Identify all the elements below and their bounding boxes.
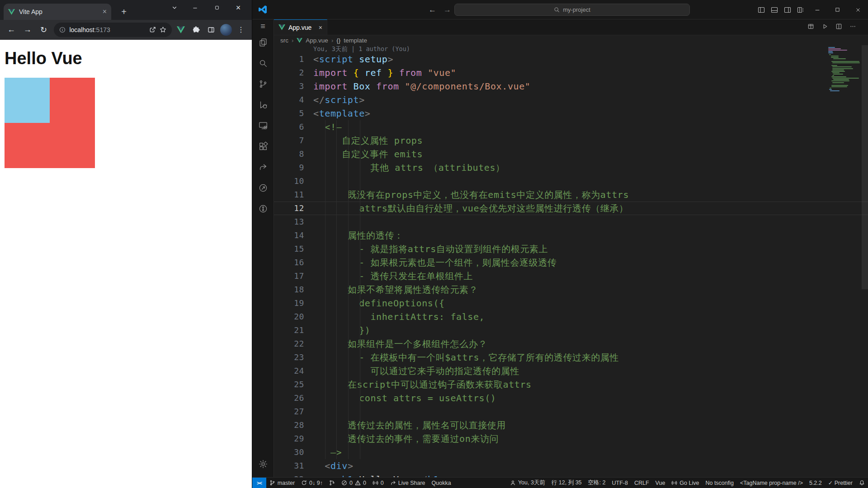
code-line-29[interactable]: 29 透传过去的事件，需要通过on来访问	[274, 432, 868, 446]
nav-back-icon[interactable]: ←	[429, 5, 436, 14]
line-number[interactable]: 16	[274, 256, 304, 269]
line-number[interactable]: 2	[274, 66, 304, 80]
code-line-2[interactable]: 2import { ref } from "vue"	[274, 66, 868, 80]
code-line-27[interactable]: 27	[274, 405, 868, 418]
code-line-17[interactable]: 17 - 透传只发生在单根组件上	[274, 269, 868, 283]
code-line-10[interactable]: 10	[274, 174, 868, 188]
status-git-sync[interactable]: 0↓ 9↑	[298, 478, 326, 488]
code-line-24[interactable]: 24 可以通过它来手动的指定透传的属性	[274, 364, 868, 378]
code-line-15[interactable]: 15 - 就是指将attrs自动设置到组件的根元素上	[274, 242, 868, 256]
activity-item-extensions[interactable]	[252, 136, 274, 157]
line-number[interactable]: 22	[274, 337, 304, 351]
status-problems[interactable]: 00	[338, 478, 369, 488]
code-line-28[interactable]: 28 透传过去的属性，属性名可以直接使用	[274, 418, 868, 432]
status-tag-helper[interactable]: <TagName prop-name />	[737, 478, 806, 488]
activity-item-remote-explorer[interactable]	[252, 115, 274, 136]
tab-close-icon[interactable]: ×	[319, 24, 322, 31]
code-line-12[interactable]: 12 attrs默认由自行处理，vue会优先对这些属性进行透传（继承）	[274, 202, 868, 215]
line-number[interactable]: 26	[274, 391, 304, 405]
browser-maximize-button[interactable]	[210, 2, 224, 13]
code-line-3[interactable]: 3import Box from "@/components/Box.vue"	[274, 80, 868, 93]
status-language-mode[interactable]: Vue	[652, 478, 669, 488]
run-button[interactable]	[821, 23, 828, 32]
back-button[interactable]: ←	[5, 23, 18, 37]
code-line-11[interactable]: 11 既没有在props中定义，也没有在emits中定义的属性，称为attrs	[274, 188, 868, 202]
status-quokka[interactable]: Quokka	[429, 478, 454, 488]
editor-tab-appvue[interactable]: App.vue ×	[274, 19, 327, 35]
activity-item-gitlens[interactable]	[252, 178, 274, 198]
code-line-30[interactable]: 30 —>	[274, 446, 868, 459]
line-number[interactable]: 8	[274, 147, 304, 161]
code-line-1[interactable]: 1<script setup>	[274, 52, 868, 66]
code-line-19[interactable]: 19 defineOptions({	[274, 296, 868, 310]
code-line-6[interactable]: 6 <!—	[274, 120, 868, 134]
window-minimize-button[interactable]	[807, 0, 827, 19]
activity-item-run-debug[interactable]	[252, 94, 274, 115]
open-preview-button[interactable]	[807, 23, 814, 32]
browser-menu-button[interactable]: ⋮	[235, 23, 247, 36]
browser-tab[interactable]: Vite App ×	[4, 4, 111, 20]
status-vue-version[interactable]: 5.2.2	[806, 478, 825, 488]
line-number[interactable]: 10	[274, 174, 304, 188]
breadcrumb-file[interactable]: App.vue	[306, 37, 328, 44]
activity-item-gitlens-inspect[interactable]	[252, 198, 274, 219]
line-number[interactable]: 32	[274, 473, 304, 477]
line-number[interactable]: 17	[274, 269, 304, 283]
line-number[interactable]: 9	[274, 161, 304, 174]
line-number[interactable]: 27	[274, 405, 304, 418]
code-line-4[interactable]: 4</script>	[274, 93, 868, 107]
code-line-18[interactable]: 18 如果不希望将属性透传给元素？	[274, 283, 868, 296]
code-line-20[interactable]: 20 inheritAttrs: false,	[274, 310, 868, 324]
tab-search-button[interactable]	[167, 2, 182, 13]
extensions-menu-button[interactable]	[190, 23, 203, 36]
status-indentation[interactable]: 空格: 2	[585, 478, 609, 488]
line-number[interactable]: 18	[274, 283, 304, 296]
tab-close-icon[interactable]: ×	[103, 8, 107, 15]
line-number[interactable]: 15	[274, 242, 304, 256]
address-bar[interactable]: localhost:5173	[54, 23, 171, 37]
status-ports[interactable]: 0	[369, 478, 387, 488]
code-line-21[interactable]: 21 })	[274, 324, 868, 337]
line-number[interactable]: 11	[274, 188, 304, 202]
status-notifications[interactable]	[856, 478, 868, 488]
code-line-22[interactable]: 22 如果组件是一个多根组件怎么办？	[274, 337, 868, 351]
split-editor-button[interactable]	[835, 23, 842, 32]
status-prettier[interactable]: ✓ Prettier	[825, 478, 856, 488]
code-line-26[interactable]: 26 const attrs = useAttrs()	[274, 391, 868, 405]
line-number[interactable]: 4	[274, 93, 304, 107]
code-line-8[interactable]: 8 自定义事件 emits	[274, 147, 868, 161]
code-line-13[interactable]: 13	[274, 215, 868, 229]
breadcrumb[interactable]: src › App.vue › {} template	[274, 35, 868, 45]
status-gitlens-blame[interactable]: You, 3天前	[507, 478, 548, 488]
status-git-branch[interactable]: master	[266, 478, 298, 488]
status-remote-indicator[interactable]: ><	[252, 478, 266, 488]
browser-close-button[interactable]: ×	[231, 2, 245, 13]
line-number[interactable]: 29	[274, 432, 304, 446]
customize-layout-button[interactable]	[794, 3, 807, 16]
browser-minimize-button[interactable]	[188, 2, 202, 13]
code-line-14[interactable]: 14 属性的透传：	[274, 229, 868, 242]
code-line-25[interactable]: 25 在script中可以通过钩子函数来获取attrs	[274, 378, 868, 391]
line-number[interactable]: 23	[274, 351, 304, 364]
status-encoding[interactable]: UTF-8	[609, 478, 631, 488]
line-number[interactable]: 30	[274, 446, 304, 459]
line-number[interactable]: 20	[274, 310, 304, 324]
code-line-16[interactable]: 16 - 如果根元素也是一个组件，则属性会逐级透传	[274, 256, 868, 269]
command-center[interactable]: my-project	[454, 4, 690, 16]
toggle-sidebar-button[interactable]	[755, 3, 768, 16]
toggle-secondary-sidebar-button[interactable]	[781, 3, 794, 16]
breadcrumb-symbol[interactable]: template	[344, 37, 367, 44]
activity-item-source-control[interactable]	[252, 74, 274, 94]
line-number[interactable]: 1	[274, 52, 304, 66]
code-line-31[interactable]: 31 <div>	[274, 459, 868, 473]
code-line-23[interactable]: 23 - 在模板中有一个叫$attrs，它存储了所有的透传过来的属性	[274, 351, 868, 364]
activity-item-live-share[interactable]	[252, 157, 274, 178]
scrollbar[interactable]	[862, 45, 868, 289]
share-icon[interactable]	[149, 26, 156, 33]
profile-avatar[interactable]	[220, 24, 232, 36]
line-number[interactable]: 31	[274, 459, 304, 473]
line-number[interactable]: 7	[274, 134, 304, 147]
forward-button[interactable]: →	[21, 23, 34, 37]
line-number[interactable]: 14	[274, 229, 304, 242]
status-live-share[interactable]: Live Share	[387, 478, 429, 488]
